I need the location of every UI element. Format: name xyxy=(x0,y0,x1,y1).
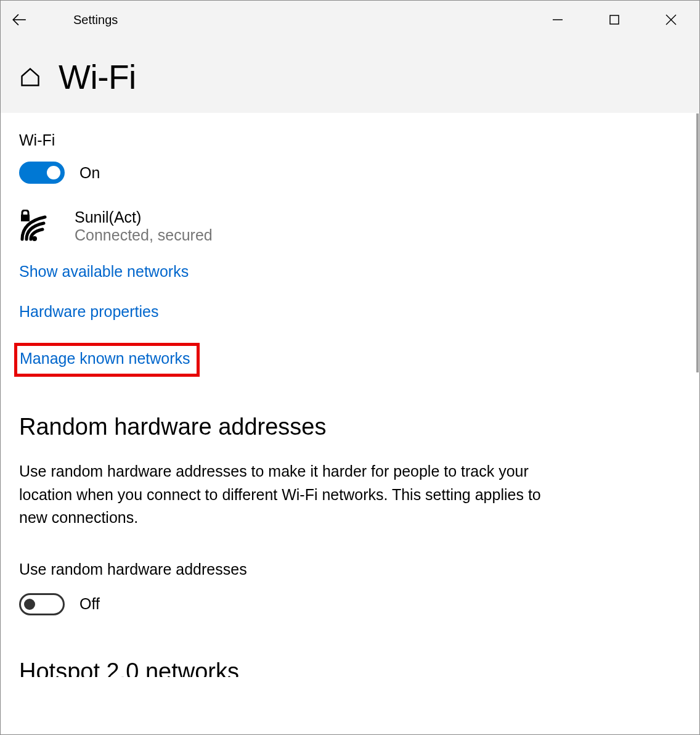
page-title: Wi-Fi xyxy=(59,57,136,97)
header-bar: Settings Wi-Fi xyxy=(1,1,699,113)
random-hw-toggle-label: Use random hardware addresses xyxy=(19,560,681,578)
highlight-annotation: Manage known networks xyxy=(14,343,200,377)
scrollbar[interactable] xyxy=(696,113,699,372)
network-name: Sunil(Act) xyxy=(75,208,213,226)
minimize-button[interactable] xyxy=(529,1,586,39)
hardware-properties-link[interactable]: Hardware properties xyxy=(19,303,159,321)
close-icon xyxy=(665,14,677,26)
manage-known-networks-link[interactable]: Manage known networks xyxy=(20,350,190,368)
random-hw-heading: Random hardware addresses xyxy=(19,414,681,440)
window-controls xyxy=(529,1,699,39)
svg-point-5 xyxy=(32,236,37,241)
maximize-icon xyxy=(609,14,620,25)
toggle-knob xyxy=(24,599,35,610)
back-button[interactable] xyxy=(1,1,38,39)
arrow-left-icon xyxy=(11,12,27,28)
random-hw-description: Use random hardware addresses to make it… xyxy=(19,460,543,530)
minimize-icon xyxy=(552,14,563,25)
svg-rect-2 xyxy=(610,15,619,24)
hotspot-heading: Hotspot 2.0 networks xyxy=(19,659,681,677)
wifi-section-label: Wi-Fi xyxy=(19,131,681,149)
content-area: Wi-Fi On Sunil(Act) Connected, secured S… xyxy=(1,113,699,677)
show-available-networks-link[interactable]: Show available networks xyxy=(19,263,189,281)
random-hw-toggle-state: Off xyxy=(79,595,100,613)
network-info: Sunil(Act) Connected, secured xyxy=(75,208,213,244)
current-network[interactable]: Sunil(Act) Connected, secured xyxy=(19,208,681,244)
wifi-secured-icon xyxy=(19,210,56,244)
toggle-knob xyxy=(47,166,60,179)
page-heading: Wi-Fi xyxy=(1,57,699,97)
wifi-toggle-state: On xyxy=(79,164,100,182)
maximize-button[interactable] xyxy=(586,1,643,39)
wifi-toggle[interactable] xyxy=(19,162,65,184)
titlebar: Settings xyxy=(1,1,699,39)
random-hw-toggle-row: Off xyxy=(19,593,681,615)
app-title: Settings xyxy=(73,13,118,27)
svg-rect-6 xyxy=(21,215,30,221)
home-icon xyxy=(19,66,41,88)
network-status: Connected, secured xyxy=(75,226,213,244)
random-hw-toggle[interactable] xyxy=(19,593,65,615)
home-button[interactable] xyxy=(19,66,41,88)
wifi-toggle-row: On xyxy=(19,162,681,184)
close-button[interactable] xyxy=(643,1,699,39)
